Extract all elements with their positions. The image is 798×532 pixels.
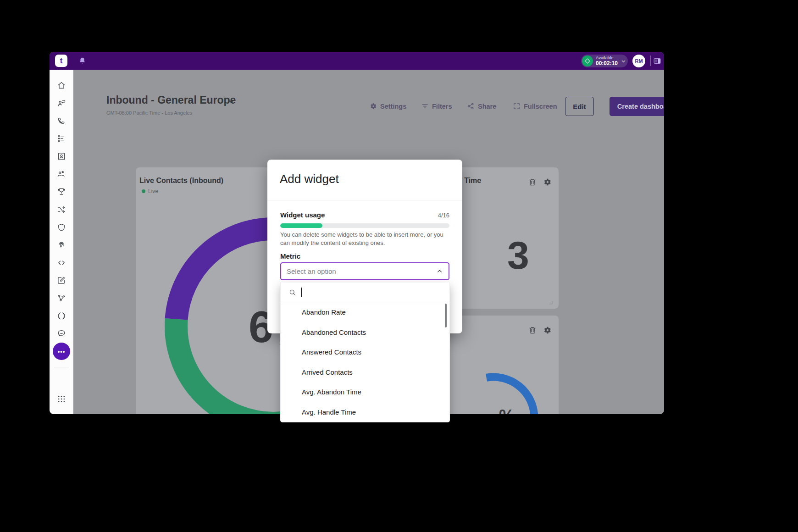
app-logo[interactable]: t bbox=[55, 55, 67, 67]
gauge-chart bbox=[443, 367, 544, 414]
panel-toggle-icon[interactable] bbox=[653, 57, 661, 65]
usage-progress-fill bbox=[280, 223, 322, 228]
usage-progress-track bbox=[280, 223, 449, 228]
agent-status-pill[interactable]: Available 00:02:10 bbox=[581, 55, 628, 67]
filter-icon bbox=[421, 102, 429, 110]
avatar-initials: RM bbox=[635, 58, 643, 64]
status-timer: 00:02:10 bbox=[596, 61, 618, 66]
sidebar-nav: ••• bbox=[50, 70, 73, 414]
search-icon bbox=[288, 288, 296, 296]
trash-icon bbox=[528, 326, 537, 335]
option-arrived-contacts[interactable]: Arrived Contacts bbox=[281, 362, 449, 382]
filters-label: Filters bbox=[432, 103, 452, 110]
gauge-percent-sign: % bbox=[499, 406, 515, 414]
avg-wait-value: 3 bbox=[507, 233, 529, 278]
modal-divider bbox=[267, 200, 462, 200]
metric-select[interactable]: Select an option bbox=[280, 262, 449, 280]
option-avg-handle-time[interactable]: Avg. Handle Time bbox=[281, 402, 449, 422]
create-dashboard-button[interactable]: Create dashboard bbox=[610, 97, 664, 116]
logo-letter: t bbox=[60, 56, 63, 66]
text-cursor bbox=[301, 288, 302, 297]
contacts-icon[interactable] bbox=[57, 152, 66, 161]
delete-widget-button[interactable] bbox=[528, 326, 537, 335]
dropdown-search-input[interactable] bbox=[281, 283, 449, 302]
apps-grid-icon[interactable] bbox=[57, 394, 66, 404]
edit-button[interactable]: Edit bbox=[565, 97, 594, 116]
fullscreen-label: Fullscreen bbox=[524, 103, 557, 110]
widget-settings-button[interactable] bbox=[543, 326, 552, 335]
metric-dropdown: Abandon Rate Abandoned Contacts Answered… bbox=[280, 283, 450, 422]
fullscreen-button[interactable]: Fullscreen bbox=[513, 102, 557, 110]
widget-title: Live Contacts (Inbound) bbox=[139, 177, 223, 185]
chevron-up-icon bbox=[436, 268, 443, 275]
dashboard-timezone: GMT-08:00 Pacific Time - Los Angeles bbox=[106, 110, 192, 116]
biometrics-fingerprint-icon[interactable] bbox=[57, 240, 66, 249]
gamification-trophy-icon[interactable] bbox=[57, 187, 66, 196]
home-icon[interactable] bbox=[57, 81, 66, 90]
developer-code-icon[interactable] bbox=[57, 258, 66, 267]
topbar-divider bbox=[650, 55, 651, 66]
gear-icon bbox=[369, 102, 377, 110]
share-icon bbox=[467, 102, 475, 110]
routing-icon[interactable] bbox=[57, 205, 66, 214]
settings-button[interactable]: Settings bbox=[369, 102, 406, 110]
top-bar: t Available 00:02:10 RM bbox=[50, 52, 664, 70]
screen: t Available 00:02:10 RM bbox=[0, 0, 798, 532]
compose-edit-icon[interactable] bbox=[57, 276, 66, 285]
widget-resize-handle[interactable] bbox=[548, 299, 554, 307]
widget-usage-count: 4/16 bbox=[438, 212, 449, 219]
fullscreen-icon bbox=[513, 102, 521, 110]
gear-icon bbox=[543, 326, 552, 335]
option-avg-abandon-time[interactable]: Avg. Abandon Time bbox=[281, 382, 449, 402]
widget-settings-button[interactable] bbox=[543, 177, 552, 187]
chat-icon[interactable] bbox=[57, 329, 66, 338]
status-available-icon bbox=[582, 55, 593, 66]
trash-icon bbox=[528, 177, 537, 187]
share-label: Share bbox=[478, 103, 496, 110]
dashboard-title-chevron-icon[interactable] bbox=[228, 99, 234, 105]
user-avatar[interactable]: RM bbox=[632, 55, 645, 67]
settings-label: Settings bbox=[380, 103, 406, 110]
activity-icon[interactable] bbox=[57, 134, 66, 143]
usage-description: You can delete some widgets to be able t… bbox=[280, 231, 451, 248]
ai-brain-icon[interactable] bbox=[57, 311, 66, 321]
delete-widget-button[interactable] bbox=[528, 177, 537, 187]
more-apps-button[interactable]: ••• bbox=[53, 343, 70, 360]
sidebar-divider bbox=[54, 367, 69, 367]
modal-title: Add widget bbox=[280, 172, 339, 186]
widget-live-status: Live bbox=[142, 188, 158, 194]
option-abandoned-contacts[interactable]: Abandoned Contacts bbox=[281, 322, 449, 343]
chevron-down-icon bbox=[621, 59, 626, 64]
option-abandon-rate[interactable]: Abandon Rate bbox=[281, 302, 449, 322]
widget-usage-label: Widget usage bbox=[280, 211, 325, 219]
gear-icon bbox=[543, 177, 552, 187]
select-placeholder: Select an option bbox=[287, 267, 436, 275]
teams-icon[interactable] bbox=[57, 170, 66, 179]
security-shield-icon[interactable] bbox=[57, 223, 66, 232]
share-button[interactable]: Share bbox=[467, 102, 496, 110]
option-answered-contacts[interactable]: Answered Contacts bbox=[281, 342, 449, 362]
metric-label: Metric bbox=[280, 252, 300, 260]
dropdown-scrollbar[interactable] bbox=[445, 304, 447, 327]
dashboard-title: Inbound - General Europe bbox=[106, 94, 236, 106]
live-dot-icon bbox=[142, 189, 145, 193]
metric-options-list: Abandon Rate Abandoned Contacts Answered… bbox=[281, 302, 449, 422]
filters-button[interactable]: Filters bbox=[421, 102, 452, 110]
live-label: Live bbox=[148, 188, 158, 194]
conversations-icon[interactable] bbox=[57, 99, 66, 108]
flows-network-icon[interactable] bbox=[57, 294, 66, 303]
notifications-bell-icon[interactable] bbox=[78, 56, 87, 65]
voice-icon[interactable] bbox=[57, 116, 66, 126]
